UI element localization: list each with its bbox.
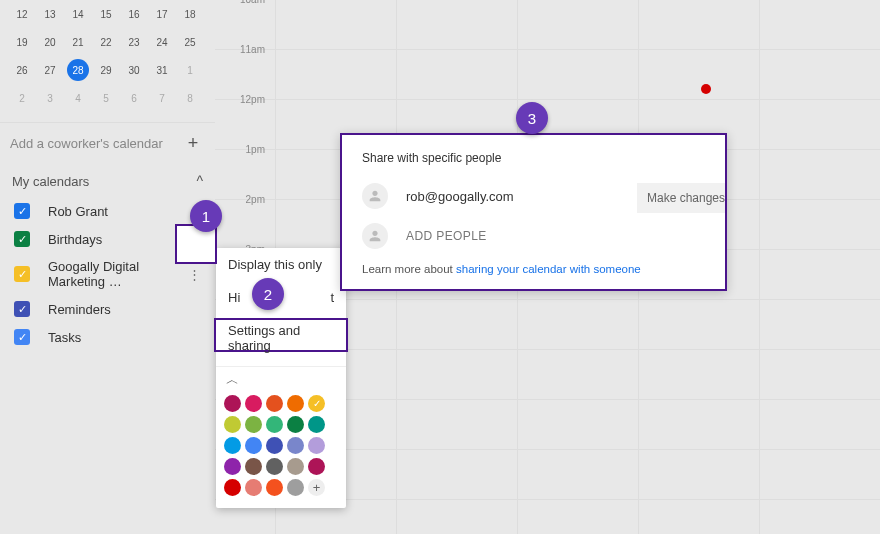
hour-cell[interactable] (759, 50, 880, 99)
hour-cell[interactable] (517, 50, 638, 99)
hour-cell[interactable] (638, 0, 759, 49)
add-coworker-calendar-input[interactable]: Add a coworker's calendar (10, 136, 181, 151)
hour-cell[interactable] (759, 100, 880, 149)
mini-calendar-day[interactable]: 21 (64, 28, 92, 56)
hour-cell[interactable] (517, 500, 638, 534)
share-learn-more-link[interactable]: sharing your calendar with someone (456, 263, 641, 275)
calendar-item[interactable]: ✓Reminders (0, 295, 215, 323)
hour-cell[interactable] (396, 0, 517, 49)
mini-calendar-day[interactable]: 4 (64, 84, 92, 112)
color-swatch[interactable]: ✓ (308, 395, 325, 412)
mini-calendar-day[interactable]: 23 (120, 28, 148, 56)
color-swatch[interactable] (224, 395, 241, 412)
calendar-item[interactable]: ✓Rob Grant (0, 197, 215, 225)
mini-calendar-day[interactable]: 26 (8, 56, 36, 84)
hour-cell[interactable] (517, 350, 638, 399)
color-swatch[interactable] (266, 479, 283, 496)
hour-cell[interactable] (638, 500, 759, 534)
mini-calendar-day[interactable]: 13 (36, 0, 64, 28)
hour-cell[interactable] (759, 150, 880, 199)
hour-cell[interactable] (517, 450, 638, 499)
hour-row[interactable]: 10am (215, 0, 880, 50)
mini-calendar-day[interactable]: 30 (120, 56, 148, 84)
mini-calendar-day[interactable]: 7 (148, 84, 176, 112)
mini-calendar-day[interactable]: 25 (176, 28, 204, 56)
hour-cell[interactable] (638, 400, 759, 449)
add-calendar-plus-icon[interactable]: + (181, 131, 205, 155)
mini-calendar-day[interactable]: 16 (120, 0, 148, 28)
my-calendars-header[interactable]: My calendars ^ (0, 163, 215, 195)
hour-cell[interactable] (759, 0, 880, 49)
calendar-checkbox[interactable]: ✓ (14, 231, 30, 247)
color-swatch[interactable] (224, 458, 241, 475)
calendar-checkbox[interactable]: ✓ (14, 301, 30, 317)
color-swatch[interactable] (245, 479, 262, 496)
hour-cell[interactable] (396, 500, 517, 534)
mini-calendar-day[interactable]: 15 (92, 0, 120, 28)
hour-cell[interactable] (396, 450, 517, 499)
mini-calendar-day[interactable]: 24 (148, 28, 176, 56)
hour-cell[interactable] (396, 300, 517, 349)
hour-cell[interactable] (759, 200, 880, 249)
hour-cell[interactable] (759, 500, 880, 534)
hour-cell[interactable] (396, 50, 517, 99)
chevron-up-icon[interactable]: ^ (196, 173, 203, 189)
mini-calendar-day[interactable]: 20 (36, 28, 64, 56)
calendar-menu-icon[interactable]: ⋮ (188, 267, 201, 282)
calendar-checkbox[interactable]: ✓ (14, 266, 30, 282)
mini-calendar[interactable]: 1213141516171819202122232425262728293031… (0, 0, 215, 112)
add-people-row[interactable]: ADD PEOPLE (362, 223, 705, 249)
hour-cell[interactable] (638, 450, 759, 499)
color-swatch[interactable] (266, 416, 283, 433)
mini-calendar-day[interactable]: 8 (176, 84, 204, 112)
hour-cell[interactable] (396, 400, 517, 449)
mini-calendar-day[interactable]: 31 (148, 56, 176, 84)
hour-cell[interactable] (759, 400, 880, 449)
add-people-button[interactable]: ADD PEOPLE (406, 229, 487, 243)
color-swatch[interactable] (287, 416, 304, 433)
color-swatch[interactable] (245, 437, 262, 454)
calendar-checkbox[interactable]: ✓ (14, 203, 30, 219)
color-swatch[interactable] (287, 479, 304, 496)
color-swatch[interactable] (245, 458, 262, 475)
mini-calendar-day[interactable]: 28 (67, 59, 89, 81)
hour-cell[interactable] (638, 50, 759, 99)
mini-calendar-day[interactable]: 22 (92, 28, 120, 56)
calendar-item[interactable]: ✓Tasks (0, 323, 215, 351)
add-color-icon[interactable]: + (308, 479, 325, 496)
hour-cell[interactable] (638, 350, 759, 399)
color-swatch[interactable] (287, 437, 304, 454)
calendar-checkbox[interactable]: ✓ (14, 329, 30, 345)
color-swatch[interactable] (245, 395, 262, 412)
hour-cell[interactable] (759, 250, 880, 299)
mini-calendar-day[interactable]: 2 (8, 84, 36, 112)
hour-cell[interactable] (759, 450, 880, 499)
mini-calendar-day[interactable]: 14 (64, 0, 92, 28)
mini-calendar-day[interactable]: 29 (92, 56, 120, 84)
color-swatch[interactable] (224, 437, 241, 454)
collapse-colors-icon[interactable]: ︿ (216, 371, 346, 391)
mini-calendar-day[interactable]: 6 (120, 84, 148, 112)
color-swatch[interactable] (308, 437, 325, 454)
hour-cell[interactable] (759, 350, 880, 399)
hour-cell[interactable] (759, 300, 880, 349)
hour-row[interactable]: 11am (215, 50, 880, 100)
mini-calendar-day[interactable]: 5 (92, 84, 120, 112)
hour-cell[interactable] (517, 400, 638, 449)
share-role-select[interactable]: Make changes and (637, 183, 725, 213)
mini-calendar-day[interactable]: 1 (176, 56, 204, 84)
hour-cell[interactable] (396, 350, 517, 399)
mini-calendar-day[interactable]: 17 (148, 0, 176, 28)
color-swatch[interactable] (224, 416, 241, 433)
color-swatch[interactable] (224, 479, 241, 496)
color-swatch[interactable] (266, 395, 283, 412)
hour-cell[interactable] (517, 0, 638, 49)
hour-cell[interactable] (638, 300, 759, 349)
hour-cell[interactable] (517, 300, 638, 349)
color-swatch[interactable] (308, 416, 325, 433)
color-swatch[interactable] (266, 458, 283, 475)
mini-calendar-day[interactable]: 19 (8, 28, 36, 56)
mini-calendar-day[interactable]: 12 (8, 0, 36, 28)
mini-calendar-day[interactable]: 3 (36, 84, 64, 112)
color-swatch[interactable] (287, 458, 304, 475)
